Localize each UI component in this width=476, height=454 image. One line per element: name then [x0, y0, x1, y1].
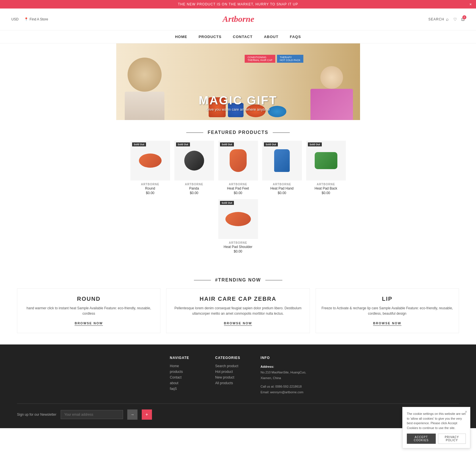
product-card-feet[interactable]: Sold Out ARTBORNE Heat Pad Feet $0.00	[218, 141, 258, 195]
footer-link-hot-product[interactable]: Hot product	[215, 370, 249, 374]
product-name: Heat Pad Feet	[218, 186, 258, 190]
footer-categories: CATEGORIES Search product Hot product Ne…	[215, 356, 249, 395]
top-banner: THE NEW PRODUCT IS ON THE MARKET, HURRY …	[0, 0, 476, 9]
product-img-panda: Sold Out	[174, 141, 214, 180]
store-finder-label: Find A Store	[29, 17, 48, 21]
product-card-hand[interactable]: Sold Out ARTBORNE Heat Pad Hand $0.00	[262, 141, 302, 195]
trending-item-desc: Pellentesque lorem denim consequat feugi…	[172, 306, 304, 316]
trending-item-desc: hand warmer click to instant heat Sample…	[23, 306, 155, 316]
product-card-panda[interactable]: Sold Out ARTBORNE Panda $0.00	[174, 141, 214, 195]
nav-faqs[interactable]: FAQS	[290, 35, 301, 39]
product-img-hand: Sold Out	[262, 141, 302, 180]
browse-zebra-button[interactable]: BROWSE NOW	[224, 321, 252, 326]
currency-selector[interactable]: USD	[11, 17, 18, 21]
nav-about[interactable]: ABOUT	[264, 35, 278, 39]
newsletter-option-button[interactable]: +	[142, 409, 152, 420]
product-shape-hand	[274, 149, 290, 172]
product-brand: ARTBORNE	[130, 183, 170, 186]
product-img-feet: Sold Out	[218, 141, 258, 180]
search-area[interactable]: SEARCH	[428, 17, 449, 22]
hero-content: MAGIC GIFT Give you warm care anywhere a…	[199, 94, 277, 112]
trending-card-zebra: HAIR CARE CAP ZEBRA Pellentesque lorem d…	[166, 288, 310, 333]
product-card-round[interactable]: Sold Out ARTBORNE Round $0.00	[130, 141, 170, 195]
hero-wrapper: CONDITIONING THERMAL HAIR CAP THERAPY HO…	[116, 43, 360, 120]
cookie-close-button[interactable]: ×	[465, 409, 467, 414]
trending-item-title: HAIR CARE CAP ZEBRA	[172, 296, 304, 302]
product-img-round: Sold Out	[130, 141, 170, 180]
newsletter-input[interactable]	[61, 410, 123, 419]
header-right: SEARCH ♡ ⊡ 0	[428, 17, 465, 22]
product-price: $0.00	[306, 191, 346, 195]
cookie-banner: × The cookie settings on this website ar…	[402, 407, 470, 428]
browse-lip-button[interactable]: BROWSE NOW	[373, 321, 401, 326]
footer-bottom: Sign up for our Newsletter → +	[17, 403, 459, 420]
footer-info-heading: INFO	[261, 356, 306, 360]
arrow-icon: →	[130, 412, 134, 417]
hero-subtitle: Give you warm care anywhere anytime	[199, 107, 277, 112]
product-name: Round	[130, 186, 170, 190]
footer-info: INFO Address: No.210 MaoNanSite, HuangCu…	[261, 356, 306, 395]
hero-banner: CONDITIONING THERMAL HAIR CAP THERAPY HO…	[116, 43, 360, 120]
call-number: 0086-592-2218618	[275, 385, 302, 388]
hero-title: MAGIC GIFT	[199, 94, 277, 107]
products-grid: Sold Out ARTBORNE Round $0.00 Sold Out A…	[111, 141, 366, 262]
newsletter-submit-button[interactable]: →	[127, 409, 137, 420]
cart-button[interactable]: ⊡ 0	[461, 17, 465, 22]
footer-link-faqs[interactable]: faqS	[170, 387, 204, 391]
product-img-shoulder: Sold Out	[218, 199, 258, 239]
product-brand: ARTBORNE	[306, 183, 346, 186]
hero-person-left	[122, 52, 167, 120]
product-shape-back	[315, 152, 337, 169]
search-icon	[446, 17, 449, 22]
footer-link-all-products[interactable]: All products	[215, 381, 249, 385]
product-brand: ARTBORNE	[174, 183, 214, 186]
product-shape-panda	[184, 151, 204, 171]
svg-text:Artborne: Artborne	[222, 14, 254, 24]
plus-icon: +	[145, 412, 148, 417]
nav-home[interactable]: HOME	[175, 35, 187, 39]
email-label: Email:	[261, 390, 269, 394]
footer-link-home[interactable]: Home	[170, 364, 204, 368]
footer-link-new-product[interactable]: New product	[215, 375, 249, 379]
footer-grid: NAVIGATE Home products Contact about faq…	[17, 356, 459, 395]
wishlist-button[interactable]: ♡	[453, 17, 457, 22]
product-card-back[interactable]: Sold Out ARTBORNE Heat Pad Back $0.00	[306, 141, 346, 195]
trending-grid: ROUND hand warmer click to instant heat …	[17, 288, 459, 333]
address-label: Address:	[261, 365, 274, 368]
badge-therapy: THERAPY HOT COLD PACK	[277, 55, 303, 63]
trending-title: #TRENDING NOW	[17, 278, 459, 283]
nav-contact[interactable]: CONTACT	[233, 35, 253, 39]
product-img-back: Sold Out	[306, 141, 346, 180]
footer-link-about[interactable]: about	[170, 381, 204, 385]
product-price: $0.00	[218, 191, 258, 195]
footer-link-search-product[interactable]: Search product	[215, 364, 249, 368]
product-price: $0.00	[262, 191, 302, 195]
product-name: Panda	[174, 186, 214, 190]
nav-products[interactable]: PRODUCTS	[198, 35, 221, 39]
product-card-shoulder[interactable]: Sold Out ARTBORNE Heat Pad Shoulder $0.0…	[218, 199, 258, 253]
trending-item-title: ROUND	[23, 296, 155, 302]
header-left: USD Find A Store	[11, 17, 48, 21]
email-address: wennyrn@artborne.com	[270, 390, 304, 394]
footer-navigate-heading: NAVIGATE	[170, 356, 204, 360]
logo[interactable]: Artborne	[221, 12, 255, 27]
store-finder[interactable]: Find A Store	[24, 17, 48, 21]
footer-address: Address: No.210 MaoNanSite, HuangCuo, Xi…	[261, 364, 306, 381]
footer-navigate: NAVIGATE Home products Contact about faq…	[170, 356, 204, 395]
product-brand: ARTBORNE	[218, 241, 258, 244]
footer-link-products[interactable]: products	[170, 370, 204, 374]
product-brand: ARTBORNE	[218, 183, 258, 186]
search-label: SEARCH	[428, 17, 444, 21]
sold-out-badge: Sold Out	[220, 142, 234, 146]
badge-conditioning: CONDITIONING THERMAL HAIR CAP	[245, 55, 275, 63]
sold-out-badge: Sold Out	[264, 142, 278, 146]
hero-person-right	[309, 63, 354, 120]
call-label: Call us at:	[261, 385, 274, 388]
browse-round-button[interactable]: BROWSE NOW	[75, 321, 103, 326]
footer-link-contact[interactable]: Contact	[170, 375, 204, 379]
featured-products-section: FEATURED PRODUCTS Sold Out ARTBORNE Roun…	[111, 130, 366, 262]
trending-section: #TRENDING NOW ROUND hand warmer click to…	[0, 262, 476, 344]
banner-close-button[interactable]: ×	[469, 2, 472, 7]
trending-card-round: ROUND hand warmer click to instant heat …	[17, 288, 160, 333]
product-name: Heat Pad Hand	[262, 186, 302, 190]
